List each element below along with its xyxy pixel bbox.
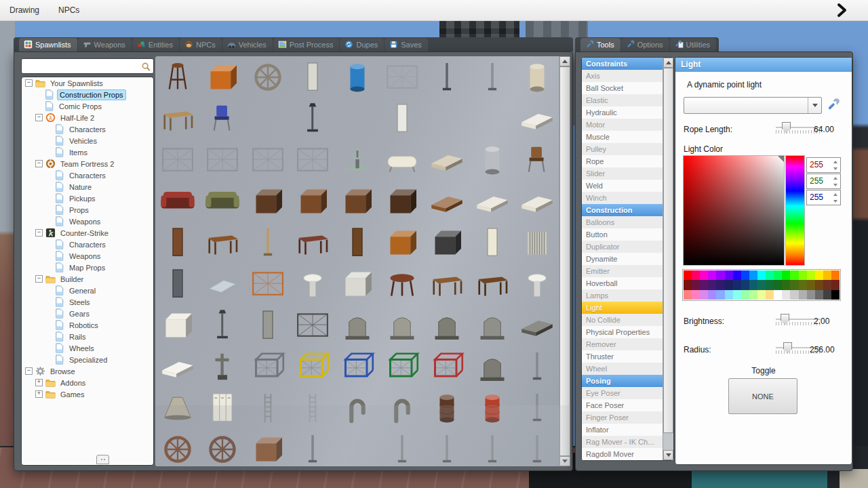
tool-item-thruster[interactable]: Thruster <box>582 350 663 363</box>
prop-tile-cage-red[interactable] <box>425 346 469 387</box>
tree-item-robotics[interactable]: Robotics <box>22 319 153 331</box>
prop-tile-green-couch[interactable] <box>200 180 245 222</box>
prop-tile-stone-cross[interactable] <box>200 346 245 387</box>
palette-swatch[interactable] <box>831 270 840 280</box>
prop-tile-red-drum[interactable] <box>470 387 515 428</box>
palette-swatch[interactable] <box>790 290 798 300</box>
palette-swatch[interactable] <box>692 280 700 289</box>
prop-tile-wood-shard[interactable] <box>245 222 290 263</box>
spin-up-icon[interactable] <box>832 176 838 180</box>
tree-item-comic-props[interactable]: Comic Props <box>22 100 153 112</box>
prop-tile-jail-bars[interactable] <box>380 56 425 98</box>
tree-item-half-life-2[interactable]: −λHalf-Life 2 <box>22 112 153 123</box>
tab-saves[interactable]: Saves <box>384 38 428 52</box>
palette-swatch[interactable] <box>749 270 757 280</box>
tool-item-axis[interactable]: Axis <box>582 70 663 82</box>
toggle-key-button[interactable]: NONE <box>728 378 797 414</box>
palette-swatch[interactable] <box>684 290 692 300</box>
tool-item-hydraulic[interactable]: Hydraulic <box>582 106 663 119</box>
prop-tile-cage-yellow[interactable] <box>290 346 335 387</box>
prop-tile-metal-wheel[interactable] <box>245 56 290 98</box>
palette-swatch[interactable] <box>799 290 807 300</box>
prop-tile-wooden-stool[interactable] <box>155 56 200 98</box>
prop-tile-boiler[interactable] <box>470 139 515 180</box>
spin-down-icon[interactable] <box>832 166 838 171</box>
tool-item-duplicator[interactable]: Duplicator <box>582 241 663 253</box>
palette-swatch[interactable] <box>700 270 708 280</box>
tool-item-no-collide[interactable]: No Collide <box>582 314 663 326</box>
palette-swatch[interactable] <box>766 290 774 300</box>
prop-tile-metal-panel[interactable] <box>155 263 200 304</box>
palette-swatch[interactable] <box>700 280 708 289</box>
prop-tile-plaque[interactable] <box>515 304 559 346</box>
tool-item-emitter[interactable]: Emitter <box>582 265 663 277</box>
palette-swatch[interactable] <box>807 270 815 280</box>
tree-item-counter-strike[interactable]: −Counter-Strike <box>22 227 153 239</box>
prop-tile-radiator[interactable] <box>515 222 559 263</box>
palette-swatch[interactable] <box>716 270 724 280</box>
palette-swatch[interactable] <box>782 280 790 289</box>
tree-item-steels[interactable]: Steels <box>22 296 153 308</box>
chevron-down-icon[interactable] <box>808 98 821 113</box>
tab-npcs[interactable]: NPCs <box>180 38 222 52</box>
tool-item-muscle[interactable]: Muscle <box>582 131 663 143</box>
tool-item-weld[interactable]: Weld <box>582 180 663 192</box>
prop-tile-side-table[interactable] <box>290 222 335 263</box>
tree-expander-icon[interactable]: − <box>35 160 43 167</box>
tab-weapons[interactable]: Weapons <box>78 38 132 52</box>
prop-tile-door-frame[interactable] <box>245 304 290 346</box>
tool-item-wheel[interactable]: Wheel <box>582 363 663 375</box>
prop-tile-washing-machine[interactable] <box>155 304 200 346</box>
tab-tools[interactable]: Tools <box>580 38 620 52</box>
prop-tile-floor-lamp[interactable] <box>290 98 335 139</box>
palette-swatch[interactable] <box>823 280 831 289</box>
tool-item-winch[interactable]: Winch <box>582 192 663 204</box>
prop-tile-fridge[interactable] <box>470 222 515 263</box>
prop-tile-wire-fence[interactable] <box>200 139 245 180</box>
spin-up-icon[interactable] <box>832 192 838 197</box>
prop-tile-white-shelf[interactable] <box>155 346 200 387</box>
palette-swatch[interactable] <box>725 280 733 289</box>
tool-item-elastic[interactable]: Elastic <box>582 94 663 106</box>
tool-item-motor[interactable]: Motor <box>582 119 663 131</box>
palette-swatch[interactable] <box>749 290 757 300</box>
palette-swatch[interactable] <box>716 290 724 300</box>
prop-tile-ladder[interactable] <box>245 387 290 428</box>
tree-item-weapons[interactable]: Weapons <box>22 250 153 262</box>
tree-item-team-fortress-2[interactable]: −Team Fortress 2 <box>22 158 153 169</box>
tool-item-ball-socket[interactable]: Ball Socket <box>582 82 663 94</box>
prop-tile-pole[interactable] <box>425 428 469 466</box>
menu-npcs[interactable]: NPCs <box>49 0 89 20</box>
tool-item-rope[interactable]: Rope <box>582 155 663 167</box>
palette-swatch[interactable] <box>831 280 840 289</box>
palette-swatch[interactable] <box>700 290 708 300</box>
tool-item-face-poser[interactable]: Face Poser <box>582 399 663 411</box>
blue-value-input[interactable]: 255 <box>806 190 841 205</box>
palette-swatch[interactable] <box>684 280 692 289</box>
palette-swatch[interactable] <box>692 270 700 280</box>
palette-swatch[interactable] <box>774 280 782 289</box>
tree-item-specialized[interactable]: Specialized <box>22 354 153 365</box>
prop-tile-armoire[interactable] <box>245 180 290 222</box>
tree-item-nature[interactable]: Nature <box>22 181 153 192</box>
expand-arrow-icon[interactable] <box>837 3 848 20</box>
scrollbar-thumb[interactable] <box>559 66 570 456</box>
spin-up-icon[interactable] <box>832 159 838 164</box>
prop-tile-wooden-box[interactable] <box>335 180 380 222</box>
prop-tile-red-couch[interactable] <box>155 180 200 222</box>
prop-tile-crate[interactable] <box>245 428 290 466</box>
tree-item-your-spawnlists[interactable]: −Your Spawnlists <box>22 77 153 89</box>
scroll-up-icon[interactable] <box>559 56 570 66</box>
tree-item-characters[interactable]: Characters <box>22 239 153 250</box>
tree-item-games[interactable]: +Games <box>22 388 153 400</box>
palette-swatch[interactable] <box>815 270 823 280</box>
palette-swatch[interactable] <box>831 290 840 300</box>
tab-dupes[interactable]: Dupes <box>340 38 384 52</box>
tree-expander-icon[interactable]: − <box>35 229 43 237</box>
prop-tile-blue-barrel[interactable] <box>335 56 380 98</box>
prop-tile-wooden-table[interactable] <box>470 263 515 304</box>
prop-tile-pole[interactable] <box>380 428 425 466</box>
prop-tile-wooden-board[interactable] <box>425 180 469 222</box>
tool-item-button[interactable]: Button <box>582 228 663 241</box>
palette-swatch[interactable] <box>749 280 757 289</box>
